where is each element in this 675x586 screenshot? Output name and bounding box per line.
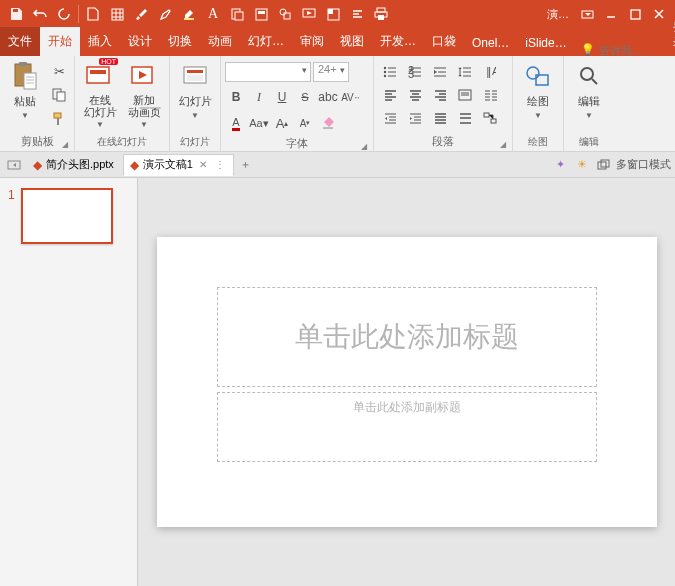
shadow-button[interactable]: abc [317, 86, 339, 108]
chevron-down-icon: ▼ [140, 120, 148, 129]
clear-format-button[interactable] [317, 112, 339, 134]
dialog-launcher-icon[interactable]: ◢ [500, 140, 506, 149]
tab-home[interactable]: 开始 [40, 27, 80, 56]
new-animation-button[interactable]: 新加 动画页 ▼ [123, 58, 165, 131]
pen-icon[interactable] [153, 2, 177, 26]
svg-point-6 [280, 9, 286, 15]
slide-thumbnail-1[interactable] [21, 188, 113, 244]
font-name-combo[interactable] [225, 62, 311, 82]
increase-indent-button[interactable] [403, 108, 427, 128]
ribbon-tabs: 文件 开始 插入 设计 切换 动画 幻灯… 审阅 视图 开发… 口袋 Onel…… [0, 28, 675, 56]
save-icon[interactable] [4, 2, 28, 26]
tab-insert[interactable]: 插入 [80, 27, 120, 56]
new-file-icon[interactable] [81, 2, 105, 26]
tell-me-input[interactable] [599, 44, 659, 56]
smartart-button[interactable] [478, 108, 502, 128]
font-color-button[interactable]: A [225, 112, 247, 134]
align-right-button[interactable] [428, 85, 452, 105]
svg-rect-27 [187, 75, 203, 81]
paste-button[interactable]: 粘贴 ▼ [4, 58, 46, 122]
align-text-button[interactable] [453, 85, 477, 105]
subtitle-placeholder[interactable]: 单击此处添加副标题 [217, 392, 597, 462]
window-title: 演… [541, 7, 575, 22]
paste-options-icon[interactable] [225, 2, 249, 26]
columns-button[interactable] [478, 85, 502, 105]
slide-canvas[interactable]: 单击此处添加标题 单击此处添加副标题 [138, 178, 675, 586]
svg-rect-22 [87, 67, 109, 83]
redo-icon[interactable] [52, 2, 76, 26]
group-drawing: 绘图 ▼ 绘图 [513, 56, 564, 151]
underline-button[interactable]: U [271, 86, 293, 108]
indent-buttons[interactable] [428, 62, 452, 82]
minimize-icon[interactable] [599, 2, 623, 26]
tab-design[interactable]: 设计 [120, 27, 160, 56]
multiwindow-icon[interactable] [594, 155, 614, 175]
tab-islide[interactable]: iSlide… [517, 30, 574, 56]
doctab-1[interactable]: ◆ 演示文稿1 ✕ ⋮ [123, 154, 234, 176]
multiwindow-label[interactable]: 多窗口模式 [616, 157, 671, 172]
tab-transitions[interactable]: 切换 [160, 27, 200, 56]
justify-button[interactable] [428, 108, 452, 128]
italic-button[interactable]: I [248, 86, 270, 108]
bullets-button[interactable] [378, 62, 402, 82]
strikethrough-button[interactable]: S [294, 86, 316, 108]
layout-icon[interactable] [249, 2, 273, 26]
align-center-button[interactable] [403, 85, 427, 105]
dialog-launcher-icon[interactable]: ◢ [62, 140, 68, 149]
font-size-combo[interactable]: 24+ [313, 62, 349, 82]
slides-button[interactable]: 幻灯片 ▼ [174, 58, 216, 122]
new-tab-icon[interactable]: ＋ [236, 155, 256, 175]
tell-me-search[interactable]: 💡 [575, 43, 665, 56]
editing-button[interactable]: 编辑 ▼ [568, 58, 610, 122]
maximize-icon[interactable] [623, 2, 647, 26]
copy-icon[interactable] [48, 84, 70, 106]
change-case-button[interactable]: Aa▾ [248, 112, 270, 134]
insert-table-icon[interactable] [105, 2, 129, 26]
bold-button[interactable]: B [225, 86, 247, 108]
tab-file[interactable]: 文件 [0, 27, 40, 56]
shrink-font-button[interactable]: A▾ [294, 112, 316, 134]
highlighter-icon[interactable] [177, 2, 201, 26]
dialog-launcher-icon[interactable]: ◢ [361, 142, 367, 151]
print-icon[interactable] [369, 2, 393, 26]
brush-icon[interactable] [129, 2, 153, 26]
thumbnail-number: 1 [8, 188, 15, 244]
tab-onekey[interactable]: Onel… [464, 30, 517, 56]
numbering-button[interactable]: 123 [403, 62, 427, 82]
character-spacing-button[interactable]: AV↔ [340, 86, 362, 108]
settings-icon[interactable]: ☀ [572, 155, 592, 175]
decrease-indent-button[interactable] [378, 108, 402, 128]
doctab-0[interactable]: ◆ 简介头图.pptx [26, 154, 121, 176]
close-tab-icon[interactable]: ✕ [197, 159, 209, 170]
drawing-button[interactable]: 绘图 ▼ [517, 58, 559, 122]
undo-icon[interactable] [28, 2, 52, 26]
font-indicator-icon[interactable]: A [201, 2, 225, 26]
line-spacing-button[interactable] [453, 62, 477, 82]
align-left-button[interactable] [378, 85, 402, 105]
shapes-icon[interactable] [273, 2, 297, 26]
align-icon[interactable] [345, 2, 369, 26]
title-placeholder[interactable]: 单击此处添加标题 [217, 287, 597, 387]
distribute-button[interactable] [453, 108, 477, 128]
collapse-nav-icon[interactable] [4, 155, 24, 175]
online-slides-label: 在线 幻灯片 [84, 94, 117, 118]
tab-developer[interactable]: 开发… [372, 27, 424, 56]
tab-view[interactable]: 视图 [332, 27, 372, 56]
cut-icon[interactable]: ✂ [48, 60, 70, 82]
new-animation-label: 新加 动画页 [128, 94, 161, 118]
online-slides-button[interactable]: HOT 在线 幻灯片 ▼ [79, 58, 121, 131]
present-icon[interactable] [297, 2, 321, 26]
tab-slideshow[interactable]: 幻灯… [240, 27, 292, 56]
tab-menu-icon[interactable]: ⋮ [213, 159, 227, 170]
chevron-down-icon: ▼ [21, 111, 29, 120]
ribbon-options-icon[interactable] [575, 2, 599, 26]
star-icon[interactable]: ✦ [550, 155, 570, 175]
login-button[interactable]: 登录 [665, 14, 675, 56]
tab-pocket[interactable]: 口袋 [424, 27, 464, 56]
tab-review[interactable]: 审阅 [292, 27, 332, 56]
grow-font-button[interactable]: A▴ [271, 112, 293, 134]
format-painter-icon[interactable] [48, 108, 70, 130]
text-direction-button[interactable]: ‖A [478, 62, 502, 82]
theme-icon[interactable] [321, 2, 345, 26]
tab-animations[interactable]: 动画 [200, 27, 240, 56]
